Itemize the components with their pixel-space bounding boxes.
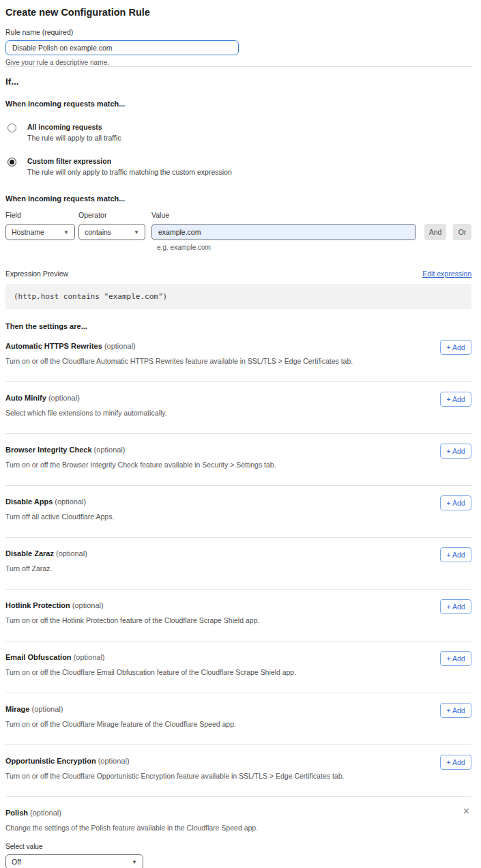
- operator-select[interactable]: contains ▼: [78, 224, 145, 240]
- add-button[interactable]: + Add: [440, 495, 471, 510]
- radio-selected-icon[interactable]: [8, 158, 16, 167]
- radio-option-label: Custom filter expression: [27, 157, 232, 165]
- add-button[interactable]: + Add: [440, 599, 471, 614]
- setting-name: Email Obfuscation: [5, 653, 72, 661]
- add-button[interactable]: + Add: [440, 547, 471, 562]
- setting-row-opportunistic-encryption: Opportunistic Encryption (optional) Turn…: [5, 745, 471, 797]
- add-button[interactable]: + Add: [440, 392, 471, 407]
- optional-label: (optional): [56, 549, 87, 558]
- or-button[interactable]: Or: [453, 224, 471, 240]
- setting-row-automatic-https-rewrites: Automatic HTTPS Rewrites (optional) Turn…: [5, 330, 471, 382]
- setting-name: Browser Integrity Check: [5, 446, 92, 454]
- match-heading: When incoming requests match...: [5, 100, 471, 108]
- expression-code-box: (http.host contains "example.com"): [5, 284, 471, 309]
- radio-option-all-incoming[interactable]: All incoming requests The rule will appl…: [5, 123, 471, 142]
- chevron-down-icon: ▼: [132, 859, 137, 865]
- setting-description: Select which file extensions to minify a…: [5, 409, 471, 417]
- expression-builder-heading: When incoming requests match...: [5, 194, 471, 203]
- expression-builder-row: Field Hostname ▼ Operator contains ▼ Val…: [5, 211, 471, 240]
- setting-title: Automatic HTTPS Rewrites (optional): [5, 342, 471, 350]
- setting-description: Turn off all active Cloudflare Apps.: [5, 512, 471, 521]
- and-button[interactable]: And: [424, 224, 446, 240]
- value-column: Value: [151, 211, 416, 240]
- setting-name: Hotlink Protection: [5, 601, 70, 609]
- setting-description: Turn on or off the Cloudflare Mirage fea…: [5, 720, 471, 728]
- setting-row-disable-zaraz: Disable Zaraz (optional) Turn off Zaraz.…: [5, 538, 471, 590]
- chevron-down-icon: ▼: [134, 229, 139, 235]
- setting-title: Email Obfuscation (optional): [5, 653, 471, 661]
- radio-option-texts: Custom filter expression The rule will o…: [27, 157, 232, 176]
- field-label: Field: [5, 211, 78, 219]
- radio-option-custom-filter[interactable]: Custom filter expression The rule will o…: [5, 157, 471, 176]
- setting-title: Disable Apps (optional): [5, 497, 471, 506]
- rule-name-label: Rule name (required): [5, 28, 471, 36]
- if-heading: If...: [5, 76, 471, 87]
- add-button[interactable]: + Add: [440, 340, 471, 355]
- setting-row-browser-integrity-check: Browser Integrity Check (optional) Turn …: [5, 434, 471, 486]
- setting-name: Disable Zaraz: [5, 549, 54, 558]
- rule-name-helper: Give your rule a descriptive name.: [5, 59, 471, 66]
- edit-expression-link[interactable]: Edit expression: [422, 270, 471, 278]
- optional-label: (optional): [104, 342, 136, 350]
- optional-label: (optional): [74, 653, 105, 661]
- setting-description: Turn on or off the Cloudflare Automatic …: [5, 357, 471, 365]
- setting-row-mirage: Mirage (optional) Turn on or off the Clo…: [5, 693, 471, 745]
- add-button[interactable]: + Add: [440, 755, 471, 770]
- field-column: Field Hostname ▼: [5, 211, 78, 240]
- polish-value-select[interactable]: Off ▼: [5, 854, 143, 868]
- close-icon[interactable]: ✕: [463, 807, 470, 815]
- setting-description: Turn on or off the Cloudflare Email Obfu…: [5, 668, 471, 676]
- field-select-value: Hostname: [12, 228, 44, 236]
- setting-title: Hotlink Protection (optional): [5, 601, 471, 609]
- setting-description: Turn on or off the Browser Integrity Che…: [5, 461, 471, 469]
- radio-option-description: The rule will only apply to traffic matc…: [27, 168, 232, 176]
- field-select[interactable]: Hostname ▼: [5, 224, 75, 240]
- divider: [5, 66, 471, 67]
- optional-label: (optional): [48, 394, 80, 402]
- setting-description: Turn on or off the Cloudflare Opportunis…: [5, 772, 471, 780]
- setting-name: Mirage: [5, 705, 29, 713]
- add-button[interactable]: + Add: [440, 703, 471, 718]
- value-hint: e.g. example.com: [157, 244, 471, 251]
- setting-row-disable-apps: Disable Apps (optional) Turn off all act…: [5, 486, 471, 538]
- setting-row-polish: Polish (optional) Change the settings of…: [5, 797, 471, 868]
- setting-name: Opportunistic Encryption: [5, 757, 96, 765]
- radio-unselected-icon[interactable]: [8, 124, 16, 132]
- setting-name: Auto Minify: [5, 394, 46, 402]
- optional-label: (optional): [72, 601, 104, 609]
- radio-option-texts: All incoming requests The rule will appl…: [27, 123, 121, 142]
- setting-title: Browser Integrity Check (optional): [5, 446, 471, 454]
- operator-column: Operator contains ▼: [78, 211, 151, 240]
- setting-title: Disable Zaraz (optional): [5, 549, 471, 558]
- value-label: Value: [151, 211, 416, 219]
- select-value-label: Select value: [5, 843, 471, 850]
- setting-description: Change the settings of the Polish featur…: [5, 824, 471, 832]
- setting-title: Auto Minify (optional): [5, 394, 471, 402]
- radio-option-description: The rule will apply to all traffic: [27, 134, 121, 142]
- setting-name: Automatic HTTPS Rewrites: [5, 342, 102, 350]
- setting-description: Turn off Zaraz.: [5, 564, 471, 573]
- rule-name-input[interactable]: [5, 40, 239, 55]
- add-button[interactable]: + Add: [440, 651, 471, 666]
- add-button[interactable]: + Add: [440, 444, 471, 459]
- setting-description: Turn on or off the Hotlink Protection fe…: [5, 616, 471, 624]
- then-settings-heading: Then the settings are...: [5, 322, 471, 330]
- page-title: Create new Configuration Rule: [5, 7, 471, 18]
- value-input[interactable]: [151, 224, 416, 240]
- operator-select-value: contains: [85, 228, 111, 236]
- setting-row-hotlink-protection: Hotlink Protection (optional) Turn on or…: [5, 590, 471, 641]
- setting-row-auto-minify: Auto Minify (optional) Select which file…: [5, 382, 471, 434]
- optional-label: (optional): [55, 497, 86, 506]
- setting-name: Polish: [5, 809, 28, 817]
- optional-label: (optional): [94, 446, 126, 454]
- expression-preview-label: Expression Preview: [5, 270, 68, 278]
- setting-row-email-obfuscation: Email Obfuscation (optional) Turn on or …: [5, 641, 471, 693]
- expression-preview-row: Expression Preview Edit expression: [5, 270, 471, 278]
- setting-title: Polish (optional): [5, 809, 471, 817]
- setting-title: Opportunistic Encryption (optional): [5, 757, 471, 765]
- setting-name: Disable Apps: [5, 497, 53, 506]
- optional-label: (optional): [32, 705, 63, 713]
- optional-label: (optional): [98, 757, 130, 765]
- create-configuration-rule-page: Create new Configuration Rule Rule name …: [0, 0, 481, 868]
- chevron-down-icon: ▼: [63, 229, 69, 235]
